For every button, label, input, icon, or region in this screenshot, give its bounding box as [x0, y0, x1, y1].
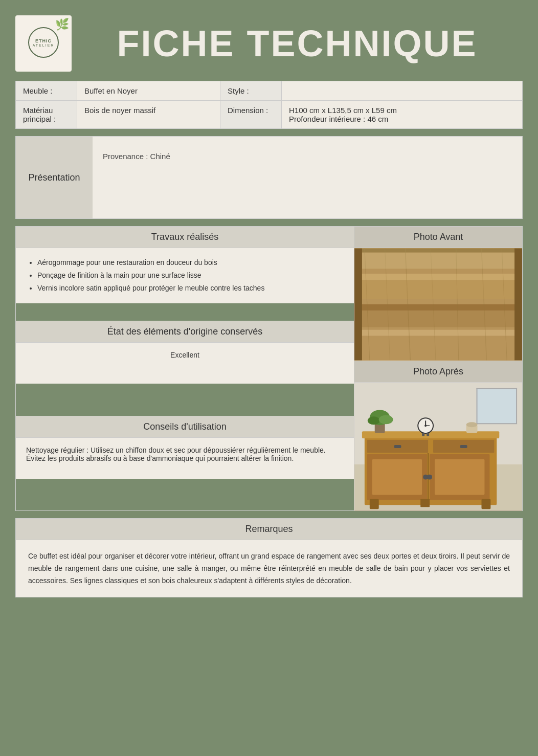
materiau-value: Bois de noyer massif [77, 101, 220, 129]
meuble-value: Buffet en Noyer [77, 81, 220, 101]
remarques-text: Ce buffet est idéal pour organiser et dé… [28, 550, 510, 587]
etat-block: État des éléments d'origine conservés Ex… [16, 321, 354, 416]
svg-rect-22 [516, 388, 517, 424]
list-item: Aérogommage pour une restauration en dou… [37, 256, 344, 269]
apres-svg [354, 383, 522, 510]
svg-point-37 [427, 475, 432, 480]
list-item: Vernis incolore satin appliqué pour prot… [37, 282, 344, 295]
dimension-label: Dimension : [220, 101, 282, 129]
remarques-header: Remarques [16, 519, 522, 540]
photo-apres-image [354, 383, 522, 510]
svg-rect-35 [435, 459, 484, 495]
logo-box: ETHIC ATELIER 🌿 [15, 15, 72, 72]
svg-rect-13 [354, 274, 522, 299]
leaf-icon: 🌿 [55, 18, 69, 31]
svg-rect-4 [354, 330, 522, 336]
svg-rect-12 [354, 249, 522, 269]
presentation-label: Présentation [16, 137, 93, 218]
svg-rect-38 [370, 499, 379, 509]
svg-rect-50 [422, 433, 424, 436]
svg-rect-21 [477, 388, 478, 424]
conseils-content: Nettoyage régulier : Utilisez un chiffon… [16, 438, 354, 479]
svg-rect-16 [514, 249, 522, 361]
travaux-header: Travaux réalisés [16, 227, 354, 248]
style-label: Style : [220, 81, 282, 101]
page-title: FICHE TECHNIQUE [72, 23, 523, 64]
presentation-block: Présentation Provenance : Chiné [15, 136, 523, 219]
style-value [282, 81, 523, 101]
svg-rect-15 [354, 249, 362, 361]
main-two-col: Travaux réalisés Aérogommage pour une re… [15, 226, 523, 511]
table-row: Meuble : Buffet en Noyer Style : [16, 81, 523, 101]
photo-apres-header: Photo Après [354, 361, 522, 383]
page: ETHIC ATELIER 🌿 FICHE TECHNIQUE Meuble :… [10, 10, 528, 603]
svg-point-44 [379, 415, 393, 424]
meuble-label: Meuble : [16, 81, 77, 101]
remarques-content: Ce buffet est idéal pour organiser et dé… [16, 540, 522, 597]
left-column: Travaux réalisés Aérogommage pour une re… [15, 226, 354, 511]
list-item: Ponçage de finition à la main pour une s… [37, 269, 344, 282]
photo-avant-image [354, 248, 522, 361]
travaux-list: Aérogommage pour une restauration en dou… [26, 256, 344, 295]
materiau-label: Matériau principal : [16, 101, 77, 129]
svg-rect-23 [477, 423, 518, 424]
table-row: Matériau principal : Bois de noyer massi… [16, 101, 523, 129]
photo-avant-section: Photo Avant [354, 227, 522, 361]
conseils-header: Conseils d'utilisation [16, 416, 354, 438]
right-column: Photo Avant [354, 226, 523, 511]
svg-point-53 [466, 422, 478, 427]
photo-apres-section: Photo Après [354, 361, 522, 510]
svg-rect-40 [420, 499, 430, 507]
photo-avant-header: Photo Avant [354, 227, 522, 248]
svg-rect-51 [427, 433, 429, 436]
conseils-text: Nettoyage régulier : Utilisez un chiffon… [26, 446, 326, 462]
info-table: Meuble : Buffet en Noyer Style : Matéria… [15, 81, 523, 129]
avant-svg [354, 248, 522, 361]
conseils-block: Conseils d'utilisation Nettoyage régulie… [16, 416, 354, 510]
etat-header: État des éléments d'origine conservés [16, 321, 354, 343]
travaux-block: Travaux réalisés Aérogommage pour une re… [16, 227, 354, 321]
svg-rect-29 [394, 445, 401, 448]
header: ETHIC ATELIER 🌿 FICHE TECHNIQUE [15, 15, 523, 72]
etat-content: Excellent [16, 343, 354, 384]
logo-circle: ETHIC ATELIER [28, 27, 59, 58]
presentation-content: Provenance : Chiné [93, 137, 522, 218]
logo-brand: ETHIC [33, 38, 55, 43]
presentation-row: Présentation Provenance : Chiné [16, 137, 522, 218]
svg-rect-14 [354, 304, 522, 327]
etat-value: Excellent [170, 351, 199, 359]
svg-rect-19 [477, 388, 518, 424]
svg-rect-20 [477, 388, 518, 389]
travaux-content: Aérogommage pour une restauration en dou… [16, 248, 354, 303]
logo-subtitle: ATELIER [33, 43, 55, 47]
logo-inner: ETHIC ATELIER [28, 27, 59, 60]
dimension-value: H100 cm x L135,5 cm x L59 cm Profondeur … [282, 101, 523, 129]
svg-rect-33 [372, 459, 422, 495]
svg-rect-30 [460, 445, 467, 448]
presentation-text: Provenance : Chiné [103, 152, 170, 161]
svg-point-43 [368, 416, 380, 425]
svg-rect-39 [481, 499, 490, 509]
remarques-block: Remarques Ce buffet est idéal pour organ… [15, 518, 523, 597]
